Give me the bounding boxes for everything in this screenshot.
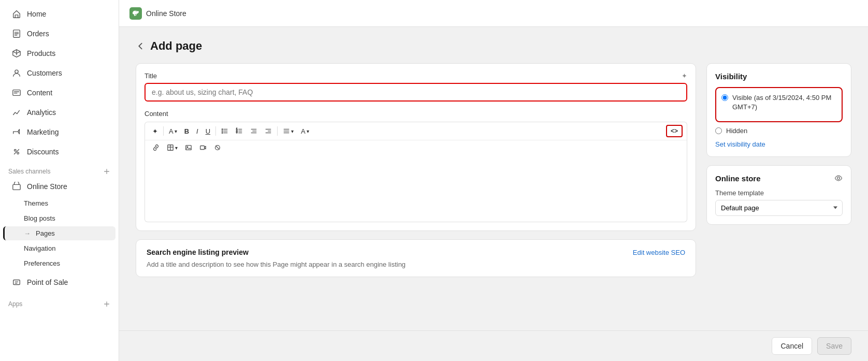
sidebar-sub-preferences[interactable]: Preferences bbox=[3, 256, 115, 270]
pages-arrow: → bbox=[24, 229, 31, 237]
sidebar-sub-themes[interactable]: Themes bbox=[3, 196, 115, 210]
sidebar-item-pos[interactable]: Point of Sale bbox=[3, 273, 115, 292]
toolbar-clean-btn[interactable]: ✦ bbox=[149, 126, 161, 137]
eye-icon bbox=[834, 174, 843, 182]
sidebar-sub-pages[interactable]: → Pages bbox=[3, 226, 115, 240]
navigation-label: Navigation bbox=[24, 244, 55, 252]
shopify-logo-icon bbox=[129, 7, 142, 20]
toolbar-ul-btn[interactable] bbox=[218, 126, 232, 136]
svg-point-13 bbox=[222, 133, 223, 134]
customers-icon bbox=[11, 68, 22, 78]
home-icon bbox=[11, 9, 22, 19]
page-content: Add page Title ✦ Content bbox=[119, 27, 868, 330]
svg-point-37 bbox=[837, 177, 840, 180]
toolbar-underline-btn[interactable]: U bbox=[202, 126, 213, 137]
seo-title: Search engine listing preview bbox=[147, 248, 249, 256]
sidebar-item-products-label: Products bbox=[27, 49, 55, 57]
theme-template-select[interactable]: Default page bbox=[715, 200, 843, 216]
toolbar-ol-btn[interactable]: 123 bbox=[233, 126, 246, 136]
sidebar-item-marketing[interactable]: Marketing bbox=[3, 123, 115, 141]
sidebar-item-home-label: Home bbox=[27, 10, 46, 18]
sidebar-item-orders-label: Orders bbox=[27, 30, 49, 38]
toolbar-indent-right-btn[interactable] bbox=[262, 126, 275, 136]
rich-text-editor: ✦ A ▾ B I U bbox=[144, 122, 687, 222]
visibility-title: Visibility bbox=[715, 72, 843, 81]
toolbar-video-btn[interactable] bbox=[196, 142, 210, 153]
sidebar-item-discounts-label: Discounts bbox=[27, 148, 59, 156]
sidebar-item-marketing-label: Marketing bbox=[27, 128, 59, 136]
sidebar-item-content[interactable]: Content bbox=[3, 83, 115, 102]
sidebar-item-customers-label: Customers bbox=[27, 69, 62, 77]
editor-body[interactable] bbox=[144, 155, 687, 222]
toolbar-row2: ▾ bbox=[145, 140, 687, 155]
apps-label: Apps bbox=[0, 296, 119, 310]
sidebar-item-home[interactable]: Home bbox=[3, 5, 115, 23]
side-column: Visibility Visible (as of 3/15/2024, 4:5… bbox=[706, 63, 851, 225]
svg-rect-6 bbox=[13, 280, 20, 285]
preferences-label: Preferences bbox=[24, 259, 60, 267]
seo-description: Add a title and description to see how t… bbox=[147, 261, 685, 268]
topbar-store-title: Online Store bbox=[146, 9, 186, 18]
visibility-hidden: Hidden bbox=[715, 126, 843, 136]
toolbar-font-btn[interactable]: A ▾ bbox=[166, 126, 180, 137]
svg-point-1 bbox=[15, 70, 18, 73]
pages-label: Pages bbox=[36, 229, 55, 237]
sidebar-item-customers[interactable]: Customers bbox=[3, 64, 115, 82]
title-content-card: Title ✦ Content ✦ bbox=[136, 63, 696, 231]
sidebar-item-orders[interactable]: Orders bbox=[3, 24, 115, 43]
toolbar-link-btn[interactable] bbox=[149, 142, 163, 153]
back-button[interactable] bbox=[136, 41, 145, 51]
toolbar-indent-left-btn[interactable] bbox=[247, 126, 261, 136]
sidebar-item-discounts[interactable]: Discounts bbox=[3, 142, 115, 161]
online-store-icon bbox=[11, 181, 22, 192]
svg-line-36 bbox=[216, 146, 220, 150]
sidebar-sub-navigation[interactable]: Navigation bbox=[3, 241, 115, 255]
visibility-card: Visibility Visible (as of 3/15/2024, 4:5… bbox=[706, 63, 851, 157]
toolbar-bold-btn[interactable]: B bbox=[181, 126, 192, 137]
toolbar-divider-2 bbox=[215, 126, 216, 136]
pos-label: Point of Sale bbox=[27, 278, 68, 286]
main-area: Online Store Add page Title ✦ bbox=[119, 0, 868, 361]
save-button[interactable]: Save bbox=[817, 337, 851, 355]
footer-bar: Cancel Save bbox=[119, 330, 868, 361]
edit-seo-link[interactable]: Edit website SEO bbox=[633, 249, 685, 256]
editor-toolbar: ✦ A ▾ B I U bbox=[144, 122, 687, 155]
sidebar-sub-blog-posts[interactable]: Blog posts bbox=[3, 211, 115, 225]
online-store-label: Online Store bbox=[27, 182, 67, 191]
toolbar-align-btn[interactable]: ▾ bbox=[280, 126, 297, 136]
set-visibility-date-link[interactable]: Set visibility date bbox=[715, 140, 843, 148]
products-icon bbox=[11, 48, 22, 59]
sidebar: Home Orders Products Customers Content A… bbox=[0, 0, 119, 361]
svg-rect-32 bbox=[186, 146, 192, 150]
toolbar-block-btn[interactable] bbox=[211, 142, 224, 153]
analytics-icon bbox=[11, 107, 22, 118]
orders-icon bbox=[11, 28, 22, 39]
visibility-hidden-label: Hidden bbox=[726, 126, 747, 136]
themes-label: Themes bbox=[24, 199, 48, 207]
cancel-button[interactable]: Cancel bbox=[772, 337, 812, 355]
svg-rect-2 bbox=[13, 90, 20, 96]
discounts-icon bbox=[11, 147, 22, 157]
svg-point-11 bbox=[222, 129, 223, 130]
title-input[interactable] bbox=[144, 83, 687, 102]
toolbar-table-btn[interactable]: ▾ bbox=[164, 142, 181, 153]
online-store-card: Online store Theme template Default page bbox=[706, 165, 851, 225]
source-wrap: <> bbox=[313, 125, 683, 137]
theme-template-select-wrapper: Default page bbox=[715, 200, 843, 216]
visibility-hidden-radio[interactable] bbox=[715, 127, 722, 134]
sidebar-item-online-store[interactable]: Online Store bbox=[3, 178, 115, 195]
sidebar-item-products[interactable]: Products bbox=[3, 44, 115, 63]
blog-posts-label: Blog posts bbox=[24, 214, 55, 222]
seo-header: Search engine listing preview Edit websi… bbox=[147, 248, 685, 256]
svg-point-12 bbox=[222, 131, 223, 132]
toolbar-italic-btn[interactable]: I bbox=[193, 126, 201, 137]
toolbar-source-btn[interactable]: <> bbox=[666, 125, 683, 137]
svg-point-3 bbox=[15, 150, 17, 152]
toolbar-row1: ✦ A ▾ B I U bbox=[145, 122, 687, 140]
visibility-visible-radio[interactable] bbox=[721, 94, 728, 101]
toolbar-image-btn[interactable] bbox=[182, 142, 195, 153]
sidebar-item-analytics-label: Analytics bbox=[27, 108, 56, 117]
svg-text:3: 3 bbox=[236, 131, 238, 134]
sidebar-item-analytics[interactable]: Analytics bbox=[3, 103, 115, 122]
toolbar-text-color-btn[interactable]: A ▾ bbox=[298, 126, 312, 137]
